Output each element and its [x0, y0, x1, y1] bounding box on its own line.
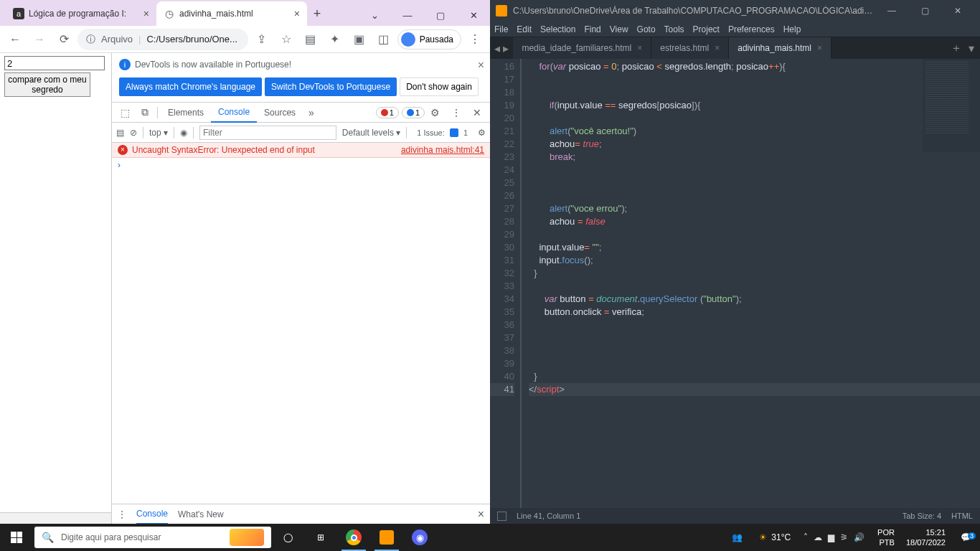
reading-list-icon[interactable]: ▤: [300, 29, 321, 50]
code-editor[interactable]: for(var posicao = 0; posicao < segredos.…: [522, 59, 980, 508]
live-expression-icon[interactable]: ◉: [180, 128, 187, 138]
menu-view[interactable]: View: [610, 24, 628, 34]
omnibox[interactable]: ⓘ Arquivo | C:/Users/bruno/One...: [77, 29, 248, 50]
cursor-position[interactable]: Line 41, Column 1: [517, 512, 580, 520]
more-tabs-icon[interactable]: »: [303, 103, 320, 123]
taskbar-app-cortana[interactable]: ⊞: [304, 524, 337, 551]
volume-icon[interactable]: 🔊: [854, 532, 864, 542]
menu-find[interactable]: Find: [584, 24, 600, 34]
maximize-button[interactable]: ▢: [908, 0, 941, 22]
tab-dropdown-icon[interactable]: ▾: [969, 42, 974, 55]
back-button[interactable]: ←: [4, 29, 26, 50]
taskbar-search[interactable]: 🔍 Digite aqui para pesquisar: [34, 527, 271, 548]
new-tab-button[interactable]: +: [307, 1, 327, 26]
console-error-row[interactable]: × Uncaught SyntaxError: Unexpected end o…: [112, 143, 490, 158]
chrome-tab-1[interactable]: ◷ adivinha_mais.html ×: [156, 1, 307, 26]
sublime-tab-0[interactable]: media_idade_familiares.html×: [513, 37, 651, 59]
clear-console-icon[interactable]: ⊘: [130, 128, 137, 138]
issues-badge[interactable]: 1 Issue: 1: [413, 128, 472, 138]
tab-console[interactable]: Console: [211, 103, 257, 123]
menu-file[interactable]: File: [494, 24, 508, 34]
close-icon[interactable]: ×: [637, 43, 642, 53]
sublime-tab-2[interactable]: adivinha_mais.html×: [729, 37, 831, 59]
onedrive-icon[interactable]: ☁: [814, 532, 822, 542]
close-icon[interactable]: ×: [143, 8, 149, 19]
start-button[interactable]: [0, 524, 33, 551]
taskbar-app-sublime[interactable]: [370, 524, 403, 551]
minimap[interactable]: [923, 59, 980, 152]
menu-edit[interactable]: Edit: [517, 24, 532, 34]
side-panel-icon[interactable]: ◫: [373, 29, 395, 50]
taskbar-app-chrome[interactable]: [337, 524, 370, 551]
kebab-icon[interactable]: ⋮: [118, 509, 126, 519]
taskbar-clock[interactable]: 15:2118/07/2022: [900, 527, 951, 547]
panel-switcher-icon[interactable]: [497, 512, 507, 521]
wifi-icon[interactable]: ⚞: [840, 532, 848, 542]
menu-project[interactable]: Project: [693, 24, 720, 34]
drawer-tab-console[interactable]: Console: [136, 504, 168, 524]
close-icon[interactable]: ×: [294, 8, 300, 19]
close-devtools-icon[interactable]: ✕: [467, 103, 487, 123]
task-view-button[interactable]: ◯: [271, 524, 304, 551]
console-settings-icon[interactable]: ⚙: [478, 128, 486, 138]
tab-elements[interactable]: Elements: [161, 103, 211, 123]
menu-goto[interactable]: Goto: [637, 24, 656, 34]
context-selector[interactable]: top ▾: [149, 128, 168, 138]
always-match-button[interactable]: Always match Chrome's language: [119, 77, 262, 96]
battery-icon[interactable]: ▆: [828, 532, 834, 542]
error-source-link[interactable]: adivinha mais.html:41: [401, 145, 484, 155]
tab-sources[interactable]: Sources: [257, 103, 303, 123]
console-prompt[interactable]: ›: [112, 158, 490, 172]
drawer-tab-whatsnew[interactable]: What's New: [178, 509, 224, 519]
switch-language-button[interactable]: Switch DevTools to Portuguese: [265, 77, 397, 96]
guess-input[interactable]: [4, 56, 105, 70]
menu-preferences[interactable]: Preferences: [728, 24, 775, 34]
close-window-button[interactable]: ✕: [941, 0, 974, 22]
caret-down-icon[interactable]: ⌄: [358, 4, 391, 26]
profile-chip[interactable]: Pausada: [397, 29, 461, 50]
horizontal-scrollbar[interactable]: [0, 512, 111, 524]
error-count-badge[interactable]: 1: [376, 107, 399, 118]
share-icon[interactable]: ⇪: [251, 29, 273, 50]
sublime-tabs: ◂ ▸ media_idade_familiares.html× estrela…: [490, 37, 980, 59]
menu-selection[interactable]: Selection: [540, 24, 575, 34]
tray-overflow-icon[interactable]: ˄: [804, 532, 808, 542]
chrome-menu-button[interactable]: ⋮: [464, 29, 486, 50]
dont-show-button[interactable]: Don't show again: [400, 77, 479, 96]
levels-selector[interactable]: Default levels ▾: [342, 128, 400, 138]
cast-icon[interactable]: ▣: [349, 29, 370, 50]
extensions-icon[interactable]: ✦: [324, 29, 346, 50]
console-filter-input[interactable]: [199, 126, 336, 140]
action-center-button[interactable]: 💬3: [951, 532, 980, 542]
tab-history-nav[interactable]: ◂ ▸: [490, 37, 513, 59]
reload-button[interactable]: ⟳: [53, 29, 75, 50]
taskbar-weather[interactable]: ☀ 31°C: [753, 532, 796, 542]
new-tab-icon[interactable]: ＋: [951, 41, 962, 56]
inspect-icon[interactable]: ⬚: [115, 103, 136, 123]
taskbar-app-discord[interactable]: ◉: [403, 524, 436, 551]
minimize-button[interactable]: —: [391, 4, 424, 26]
close-icon[interactable]: ×: [715, 43, 720, 53]
close-window-button[interactable]: ✕: [457, 4, 490, 26]
close-icon[interactable]: ×: [478, 59, 484, 72]
minimize-button[interactable]: —: [875, 0, 908, 22]
compare-button[interactable]: compare com o meu segredo: [4, 72, 90, 97]
close-icon[interactable]: ×: [817, 43, 822, 53]
meet-now-icon[interactable]: 👥: [720, 524, 753, 551]
close-drawer-icon[interactable]: ×: [478, 508, 484, 521]
sublime-tab-1[interactable]: estrelas.html×: [651, 37, 729, 59]
message-count-badge[interactable]: 1: [402, 107, 425, 118]
settings-icon[interactable]: ⚙: [425, 103, 446, 123]
bookmark-icon[interactable]: ☆: [275, 29, 297, 50]
menu-help[interactable]: Help: [783, 24, 801, 34]
tab-size-selector[interactable]: Tab Size: 4: [903, 512, 941, 520]
taskbar-language[interactable]: PORPTB: [872, 527, 900, 547]
device-toggle-icon[interactable]: ⧉: [136, 103, 154, 123]
forward-button[interactable]: →: [29, 29, 50, 50]
sidebar-toggle-icon[interactable]: ▤: [116, 128, 124, 138]
kebab-icon[interactable]: ⋮: [446, 103, 467, 123]
maximize-button[interactable]: ▢: [424, 4, 457, 26]
syntax-selector[interactable]: HTML: [951, 512, 973, 520]
chrome-tab-0[interactable]: a Lógica de programação I: ×: [6, 1, 156, 26]
menu-tools[interactable]: Tools: [664, 24, 684, 34]
